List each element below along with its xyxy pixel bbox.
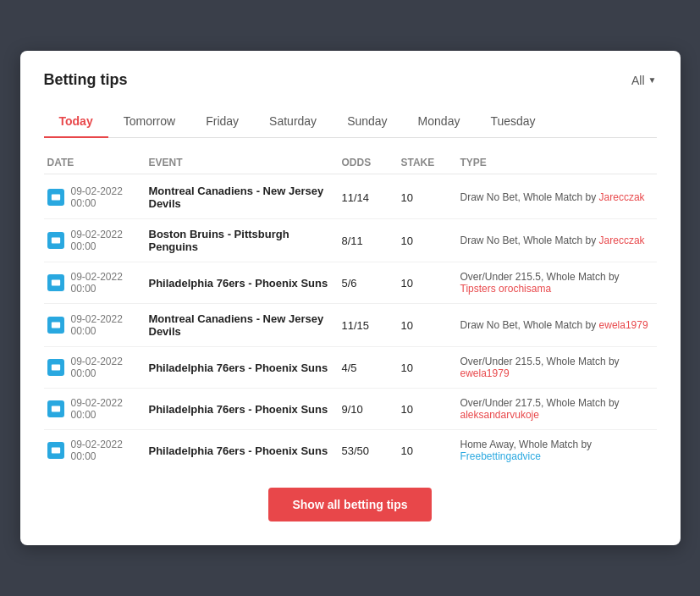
tab-tomorrow[interactable]: Tomorrow — [108, 106, 190, 138]
odds-cell: 5/6 — [342, 277, 401, 290]
table-body: 09-02-202200:00Montreal Canadiens - New … — [44, 176, 657, 471]
date-text: 09-02-202200:00 — [71, 397, 123, 421]
date-text: 09-02-202200:00 — [71, 229, 123, 252]
type-cell: Draw No Bet, Whole Match by Jarecczak — [460, 191, 653, 203]
odds-cell: 53/50 — [342, 444, 401, 457]
filter-dropdown[interactable]: All ▼ — [631, 74, 656, 87]
stake-cell: 10 — [401, 235, 460, 247]
show-all-button[interactable]: Show all betting tips — [268, 488, 431, 522]
chevron-down-icon: ▼ — [648, 75, 657, 85]
type-cell: Over/Under 215.5, Whole Match by Tipster… — [460, 271, 653, 295]
table-row: 09-02-202200:00Boston Bruins - Pittsburg… — [44, 219, 657, 262]
svg-rect-1 — [51, 238, 59, 244]
author-link[interactable]: Freebettingadvice — [460, 450, 541, 462]
event-cell: Philadelphia 76ers - Phoenix Suns — [149, 361, 342, 374]
event-cell: Montreal Canadiens - New Jersey Devils — [149, 312, 342, 338]
tab-sunday[interactable]: Sunday — [332, 106, 402, 138]
date-cell: 09-02-202200:00 — [47, 313, 149, 337]
type-prefix: Draw No Bet, Whole Match by — [460, 235, 599, 246]
event-cell: Philadelphia 76ers - Phoenix Suns — [149, 403, 342, 416]
ticket-icon — [47, 317, 64, 334]
stake-cell: 10 — [401, 191, 460, 204]
date-cell: 09-02-202200:00 — [47, 271, 149, 295]
svg-rect-2 — [51, 280, 59, 286]
tab-friday[interactable]: Friday — [190, 106, 254, 138]
type-cell: Draw No Bet, Whole Match by Jarecczak — [460, 235, 653, 246]
table-row: 09-02-202200:00Philadelphia 76ers - Phoe… — [44, 389, 657, 430]
col-type: TYPE — [460, 157, 653, 168]
author-link[interactable]: Jarecczak — [599, 191, 645, 203]
stake-cell: 10 — [401, 277, 460, 290]
ticket-icon — [47, 359, 64, 376]
col-event: EVENT — [149, 157, 342, 168]
date-text: 09-02-202200:00 — [71, 185, 123, 209]
date-cell: 09-02-202200:00 — [47, 185, 149, 209]
odds-cell: 11/14 — [342, 191, 401, 204]
svg-rect-6 — [51, 448, 59, 454]
stake-cell: 10 — [401, 444, 460, 457]
svg-rect-3 — [51, 323, 59, 328]
card-title: Betting tips — [44, 71, 128, 89]
tab-today[interactable]: Today — [44, 106, 108, 138]
odds-cell: 11/15 — [342, 319, 401, 332]
type-prefix: Over/Under 215.5, Whole Match by — [460, 271, 620, 283]
col-odds: ODDS — [342, 157, 401, 168]
date-cell: 09-02-202200:00 — [47, 397, 149, 421]
event-cell: Montreal Canadiens - New Jersey Devils — [149, 185, 342, 210]
event-cell: Philadelphia 76ers - Phoenix Suns — [149, 277, 342, 290]
date-text: 09-02-202200:00 — [71, 356, 123, 379]
odds-cell: 8/11 — [342, 235, 401, 247]
svg-rect-4 — [51, 365, 59, 371]
ticket-icon — [47, 400, 64, 417]
type-prefix: Over/Under 215.5, Whole Match by — [460, 356, 620, 367]
tab-monday[interactable]: Monday — [403, 106, 476, 138]
type-cell: Home Away, Whole Match by Freebettingadv… — [460, 439, 653, 462]
type-cell: Over/Under 217.5, Whole Match by aleksan… — [460, 397, 653, 421]
table-row: 09-02-202200:00Montreal Canadiens - New … — [44, 304, 657, 347]
author-link[interactable]: aleksandarvukoje — [460, 409, 539, 421]
table-row: 09-02-202200:00Philadelphia 76ers - Phoe… — [44, 347, 657, 389]
table-row: 09-02-202200:00Montreal Canadiens - New … — [44, 176, 657, 219]
odds-cell: 4/5 — [342, 361, 401, 374]
day-tabs: Today Tomorrow Friday Saturday Sunday Mo… — [44, 106, 657, 138]
stake-cell: 10 — [401, 403, 460, 416]
table-row: 09-02-202200:00Philadelphia 76ers - Phoe… — [44, 430, 657, 471]
author-link[interactable]: ewela1979 — [460, 367, 510, 379]
type-cell: Draw No Bet, Whole Match by ewela1979 — [460, 319, 653, 331]
stake-cell: 10 — [401, 319, 460, 332]
type-prefix: Home Away, Whole Match by — [460, 439, 593, 450]
date-text: 09-02-202200:00 — [71, 313, 123, 337]
stake-cell: 10 — [401, 361, 460, 374]
type-prefix: Draw No Bet, Whole Match by — [460, 319, 599, 331]
betting-tips-card: Betting tips All ▼ Today Tomorrow Friday… — [20, 51, 681, 545]
card-header: Betting tips All ▼ — [44, 71, 657, 89]
table-row: 09-02-202200:00Philadelphia 76ers - Phoe… — [44, 262, 657, 304]
ticket-icon — [47, 232, 64, 249]
table-header: DATE EVENT ODDS STAKE TYPE — [44, 152, 657, 174]
tab-tuesday[interactable]: Tuesday — [475, 106, 550, 138]
event-cell: Boston Bruins - Pittsburgh Penguins — [149, 228, 342, 253]
tab-saturday[interactable]: Saturday — [254, 106, 332, 138]
odds-cell: 9/10 — [342, 403, 401, 416]
type-prefix: Over/Under 217.5, Whole Match by — [460, 397, 620, 409]
date-cell: 09-02-202200:00 — [47, 439, 149, 462]
author-link[interactable]: Jarecczak — [599, 235, 645, 246]
type-prefix: Draw No Bet, Whole Match by — [460, 191, 599, 203]
filter-label: All — [631, 74, 645, 87]
event-cell: Philadelphia 76ers - Phoenix Suns — [149, 444, 342, 457]
svg-rect-5 — [51, 406, 59, 412]
svg-rect-0 — [51, 195, 59, 201]
date-text: 09-02-202200:00 — [71, 439, 123, 462]
col-stake: STAKE — [401, 157, 460, 168]
ticket-icon — [47, 274, 64, 291]
date-cell: 09-02-202200:00 — [47, 356, 149, 379]
type-cell: Over/Under 215.5, Whole Match by ewela19… — [460, 356, 653, 379]
ticket-icon — [47, 189, 64, 206]
date-cell: 09-02-202200:00 — [47, 229, 149, 252]
col-date: DATE — [47, 157, 149, 168]
author-link[interactable]: Tipsters orochisama — [460, 283, 552, 295]
author-link[interactable]: ewela1979 — [599, 319, 648, 331]
date-text: 09-02-202200:00 — [71, 271, 123, 295]
ticket-icon — [47, 442, 64, 459]
